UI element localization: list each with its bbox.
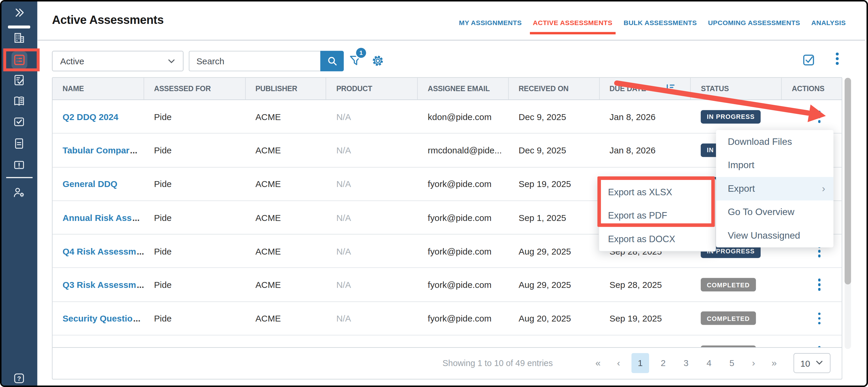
row-actions-kebab[interactable]: [818, 279, 821, 291]
chevron-down-icon: [167, 57, 176, 65]
tab-bar: MY ASSIGNMENTSACTIVE ASSESSMENTSBULK ASS…: [459, 19, 845, 26]
sidebar-item-documents[interactable]: [13, 137, 26, 150]
cell-received-on: [509, 335, 599, 347]
column-label: ASSESSED FOR: [154, 85, 211, 93]
page-size-select[interactable]: 10: [794, 353, 831, 373]
menu-item-view-unassigned[interactable]: View Unassigned: [716, 224, 834, 248]
assessment-name-link[interactable]: Tabular Compar: [63, 145, 129, 155]
column-header-received-on[interactable]: RECEIVED ON: [509, 78, 599, 100]
cell-product: N/A: [326, 167, 418, 200]
column-header-product[interactable]: PRODUCT: [326, 78, 418, 100]
column-label: PUBLISHER: [255, 85, 298, 93]
menu-item-download-files[interactable]: Download Files: [716, 130, 834, 154]
next-page-button[interactable]: ›: [746, 358, 761, 368]
assessment-name-link[interactable]: General DDQ: [63, 179, 117, 189]
status-filter-value: Active: [60, 56, 167, 66]
status-filter-select[interactable]: Active: [52, 51, 184, 71]
first-page-button[interactable]: «: [590, 358, 606, 368]
cell-publisher: ACME: [245, 100, 326, 133]
assessment-name-link[interactable]: Q2 DDQ 2024: [63, 111, 118, 122]
assessment-name-link[interactable]: Annual Risk Ass: [63, 213, 132, 222]
assessment-name-link[interactable]: Q4 Risk Assessm: [63, 246, 136, 256]
cell-assessed-for: Pide: [144, 201, 245, 234]
cell-status: COMPLETED: [691, 268, 782, 301]
column-label: NAME: [63, 85, 84, 93]
page-button-1[interactable]: 1: [631, 353, 649, 373]
sidebar-item-tasks[interactable]: [13, 74, 26, 87]
settings-gear-icon[interactable]: [371, 54, 385, 70]
pagination-summary: Showing 1 to 10 of 49 entries: [442, 348, 553, 378]
menu-item-label: Go To Overview: [728, 207, 795, 218]
row-actions-kebab[interactable]: [818, 312, 821, 324]
cell-actions: [782, 335, 842, 347]
assessment-name-link[interactable]: Security Questio: [63, 314, 132, 324]
cell-received-on: Sep 1, 2025: [509, 201, 599, 234]
cell-name: [53, 335, 144, 347]
cell-assessed-for: Pide: [144, 302, 245, 335]
cell-publisher: ACME: [245, 234, 326, 267]
cell-due-date: Sep 19, 2025: [599, 302, 691, 335]
table-scrollbar-thumb[interactable]: [845, 78, 851, 284]
sidebar-item-alerts[interactable]: [13, 158, 26, 171]
submenu-item-export-as-docx[interactable]: Export as DOCX: [599, 227, 715, 251]
page-button-4[interactable]: 4: [700, 353, 718, 373]
search-input[interactable]: [189, 51, 320, 71]
column-header-assignee-email[interactable]: ASSIGNEE EMAIL: [418, 78, 509, 100]
tab-active-assessments[interactable]: ACTIVE ASSESSMENTS: [533, 19, 613, 26]
previous-page-button[interactable]: ‹: [611, 358, 626, 368]
cell-product: N/A: [326, 134, 418, 167]
toolbar-kebab-menu[interactable]: [836, 53, 839, 65]
cell-assessed-for: Pide: [144, 100, 245, 133]
cell-assignee-email: fyork@pide.com: [418, 302, 509, 335]
cell-status: COMPLETED: [691, 335, 782, 347]
expand-sidebar-icon[interactable]: [13, 6, 26, 19]
sidebar-item-user-settings[interactable]: [13, 186, 26, 199]
cell-assignee-email: kdon@pide.com: [418, 100, 509, 133]
cell-product: N/A: [326, 201, 418, 234]
cell-publisher: ACME: [245, 201, 326, 234]
assessment-name-link[interactable]: Q3 Risk Assessm: [63, 280, 136, 290]
submenu-chevron-icon: ›: [822, 183, 825, 195]
tab-upcoming-assessments[interactable]: UPCOMING ASSESSMENTS: [708, 19, 800, 26]
truncation-ellipsis: ...: [136, 280, 144, 290]
sidebar-item-library[interactable]: [13, 95, 26, 108]
page-button-5[interactable]: 5: [723, 353, 741, 373]
cell-status: COMPLETED: [691, 302, 782, 335]
cell-name: Tabular Compar...: [53, 134, 144, 167]
cell-assessed-for: Pide: [144, 234, 245, 267]
cell-assignee-email: fyork@pide.com: [418, 234, 509, 267]
cell-publisher: ACME: [245, 134, 326, 167]
search-button[interactable]: [320, 51, 344, 71]
column-label: ASSIGNEE EMAIL: [428, 85, 490, 93]
status-badge: COMPLETED: [701, 278, 755, 292]
menu-item-export[interactable]: Export›: [716, 177, 834, 201]
menu-item-import[interactable]: Import: [716, 153, 834, 177]
sidebar-item-responses[interactable]: [13, 115, 26, 128]
svg-text:?: ?: [17, 375, 21, 382]
cell-publisher: ACME: [245, 167, 326, 200]
cell-product: N/A: [326, 268, 418, 301]
column-header-publisher[interactable]: PUBLISHER: [245, 78, 326, 100]
sidebar-logo-divider: [8, 26, 30, 28]
column-header-assessed-for[interactable]: ASSESSED FOR: [144, 78, 245, 100]
bulk-select-checkbox-icon[interactable]: [802, 53, 816, 70]
sidebar-item-organization[interactable]: [13, 31, 26, 44]
column-header-name[interactable]: NAME: [53, 78, 144, 100]
cell-product: N/A: [326, 100, 418, 133]
page-size-value: 10: [800, 358, 810, 368]
tab-my-assignments[interactable]: MY ASSIGNMENTS: [459, 19, 522, 26]
row-actions-menu: Download FilesImportExport›Go To Overvie…: [716, 130, 834, 248]
cell-received-on: Dec 9, 2025: [509, 134, 599, 167]
cell-publisher: ACME: [245, 268, 326, 301]
cell-name: Annual Risk Ass...: [53, 201, 144, 234]
cell-received-on: Aug 29, 2025: [509, 234, 599, 267]
sidebar-section-divider: [6, 177, 33, 178]
page-button-2[interactable]: 2: [654, 353, 672, 373]
sidebar-item-help[interactable]: ?: [13, 372, 26, 385]
menu-item-go-to-overview[interactable]: Go To Overview: [716, 201, 834, 224]
tab-analysis[interactable]: ANALYSIS: [811, 19, 846, 26]
search-icon: [326, 56, 338, 67]
tab-bulk-assessments[interactable]: BULK ASSESSMENTS: [623, 19, 696, 26]
last-page-button[interactable]: »: [767, 358, 782, 368]
page-button-3[interactable]: 3: [677, 353, 695, 373]
